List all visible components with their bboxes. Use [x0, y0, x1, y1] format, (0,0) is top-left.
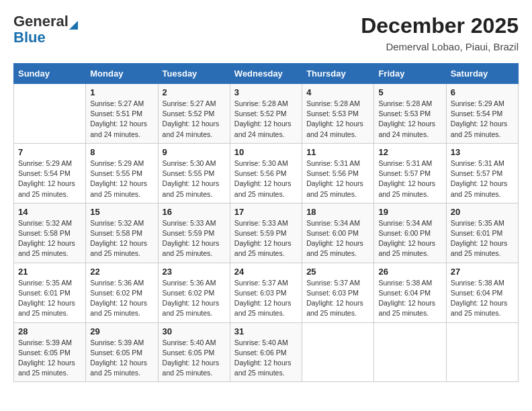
- day-number: 27: [451, 267, 514, 277]
- calendar-cell: 19Sunrise: 5:34 AM Sunset: 6:00 PM Dayli…: [374, 203, 446, 263]
- day-info: Sunrise: 5:28 AM Sunset: 5:53 PM Dayligh…: [378, 99, 441, 140]
- calendar-cell: 16Sunrise: 5:33 AM Sunset: 5:59 PM Dayli…: [158, 203, 230, 263]
- logo-text-bottom: Blue: [13, 29, 46, 46]
- day-info: Sunrise: 5:32 AM Sunset: 5:58 PM Dayligh…: [90, 218, 153, 259]
- calendar-cell: [374, 322, 446, 382]
- calendar-cell: 1Sunrise: 5:27 AM Sunset: 5:51 PM Daylig…: [86, 84, 158, 144]
- calendar-cell: 10Sunrise: 5:30 AM Sunset: 5:56 PM Dayli…: [230, 143, 302, 203]
- day-number: 29: [90, 326, 153, 336]
- day-info: Sunrise: 5:27 AM Sunset: 5:51 PM Dayligh…: [90, 99, 153, 140]
- calendar-cell: 9Sunrise: 5:30 AM Sunset: 5:55 PM Daylig…: [158, 143, 230, 203]
- day-number: 10: [234, 147, 298, 157]
- day-info: Sunrise: 5:36 AM Sunset: 6:02 PM Dayligh…: [163, 278, 226, 319]
- day-number: 2: [163, 87, 226, 97]
- day-number: 15: [90, 207, 153, 217]
- day-info: Sunrise: 5:29 AM Sunset: 5:55 PM Dayligh…: [90, 158, 153, 199]
- day-info: Sunrise: 5:28 AM Sunset: 5:52 PM Dayligh…: [234, 99, 298, 140]
- day-info: Sunrise: 5:32 AM Sunset: 5:58 PM Dayligh…: [18, 218, 81, 259]
- weekday-header-friday: Friday: [374, 64, 446, 84]
- calendar-cell: 2Sunrise: 5:27 AM Sunset: 5:52 PM Daylig…: [158, 84, 230, 144]
- day-info: Sunrise: 5:31 AM Sunset: 5:56 PM Dayligh…: [306, 158, 369, 199]
- day-number: 7: [18, 147, 81, 157]
- day-number: 11: [306, 147, 369, 157]
- calendar-cell: 22Sunrise: 5:36 AM Sunset: 6:02 PM Dayli…: [86, 263, 158, 322]
- calendar-cell: 31Sunrise: 5:40 AM Sunset: 6:06 PM Dayli…: [230, 322, 302, 382]
- day-number: 12: [378, 147, 441, 157]
- calendar-cell: 28Sunrise: 5:39 AM Sunset: 6:05 PM Dayli…: [14, 322, 86, 382]
- calendar-cell: 15Sunrise: 5:32 AM Sunset: 5:58 PM Dayli…: [86, 203, 158, 263]
- week-row-4: 21Sunrise: 5:35 AM Sunset: 6:01 PM Dayli…: [14, 263, 519, 322]
- day-number: 19: [378, 207, 441, 217]
- day-info: Sunrise: 5:35 AM Sunset: 6:01 PM Dayligh…: [18, 278, 81, 319]
- day-number: 1: [90, 87, 153, 97]
- calendar-cell: 20Sunrise: 5:35 AM Sunset: 6:01 PM Dayli…: [446, 203, 518, 263]
- calendar-cell: 26Sunrise: 5:38 AM Sunset: 6:04 PM Dayli…: [374, 263, 446, 322]
- day-info: Sunrise: 5:30 AM Sunset: 5:56 PM Dayligh…: [234, 158, 298, 199]
- weekday-header-sunday: Sunday: [14, 64, 86, 84]
- day-number: 18: [306, 207, 369, 217]
- day-info: Sunrise: 5:38 AM Sunset: 6:04 PM Dayligh…: [378, 278, 441, 319]
- day-number: 6: [451, 87, 514, 97]
- day-info: Sunrise: 5:35 AM Sunset: 6:01 PM Dayligh…: [451, 218, 514, 259]
- day-info: Sunrise: 5:37 AM Sunset: 6:03 PM Dayligh…: [234, 278, 298, 319]
- day-number: 3: [234, 87, 298, 97]
- week-row-3: 14Sunrise: 5:32 AM Sunset: 5:58 PM Dayli…: [14, 203, 519, 263]
- calendar-cell: 13Sunrise: 5:31 AM Sunset: 5:57 PM Dayli…: [446, 143, 518, 203]
- month-title: December 2025: [361, 13, 519, 38]
- day-info: Sunrise: 5:29 AM Sunset: 5:54 PM Dayligh…: [451, 99, 514, 140]
- day-info: Sunrise: 5:38 AM Sunset: 6:04 PM Dayligh…: [451, 278, 514, 319]
- day-number: 31: [234, 326, 298, 336]
- calendar-cell: [302, 322, 374, 382]
- day-number: 9: [163, 147, 226, 157]
- day-number: 14: [18, 207, 81, 217]
- day-number: 20: [451, 207, 514, 217]
- calendar-cell: [14, 84, 86, 144]
- logo-text-top: General: [13, 13, 78, 30]
- calendar-cell: 4Sunrise: 5:28 AM Sunset: 5:53 PM Daylig…: [302, 84, 374, 144]
- calendar-cell: 30Sunrise: 5:40 AM Sunset: 6:05 PM Dayli…: [158, 322, 230, 382]
- calendar-cell: 24Sunrise: 5:37 AM Sunset: 6:03 PM Dayli…: [230, 263, 302, 322]
- weekday-header-tuesday: Tuesday: [158, 64, 230, 84]
- calendar-cell: 3Sunrise: 5:28 AM Sunset: 5:52 PM Daylig…: [230, 84, 302, 144]
- day-info: Sunrise: 5:39 AM Sunset: 6:05 PM Dayligh…: [18, 338, 81, 379]
- day-info: Sunrise: 5:27 AM Sunset: 5:52 PM Dayligh…: [163, 99, 226, 140]
- day-number: 25: [306, 267, 369, 277]
- day-number: 28: [18, 326, 81, 336]
- day-info: Sunrise: 5:34 AM Sunset: 6:00 PM Dayligh…: [306, 218, 369, 259]
- day-info: Sunrise: 5:40 AM Sunset: 6:06 PM Dayligh…: [234, 338, 298, 379]
- calendar-cell: 25Sunrise: 5:37 AM Sunset: 6:03 PM Dayli…: [302, 263, 374, 322]
- calendar-cell: 5Sunrise: 5:28 AM Sunset: 5:53 PM Daylig…: [374, 84, 446, 144]
- calendar-cell: 8Sunrise: 5:29 AM Sunset: 5:55 PM Daylig…: [86, 143, 158, 203]
- day-number: 22: [90, 267, 153, 277]
- day-info: Sunrise: 5:37 AM Sunset: 6:03 PM Dayligh…: [306, 278, 369, 319]
- weekday-header-monday: Monday: [86, 64, 158, 84]
- calendar-table: SundayMondayTuesdayWednesdayThursdayFrid…: [13, 63, 519, 382]
- weekday-header-thursday: Thursday: [302, 64, 374, 84]
- day-number: 26: [378, 267, 441, 277]
- weekday-header-saturday: Saturday: [446, 64, 518, 84]
- calendar-cell: 21Sunrise: 5:35 AM Sunset: 6:01 PM Dayli…: [14, 263, 86, 322]
- day-info: Sunrise: 5:33 AM Sunset: 5:59 PM Dayligh…: [163, 218, 226, 259]
- day-number: 24: [234, 267, 298, 277]
- week-row-1: 1Sunrise: 5:27 AM Sunset: 5:51 PM Daylig…: [14, 84, 519, 144]
- day-info: Sunrise: 5:31 AM Sunset: 5:57 PM Dayligh…: [378, 158, 441, 199]
- day-info: Sunrise: 5:36 AM Sunset: 6:02 PM Dayligh…: [90, 278, 153, 319]
- calendar-cell: 14Sunrise: 5:32 AM Sunset: 5:58 PM Dayli…: [14, 203, 86, 263]
- day-number: 17: [234, 207, 298, 217]
- calendar-cell: 17Sunrise: 5:33 AM Sunset: 5:59 PM Dayli…: [230, 203, 302, 263]
- calendar-cell: 27Sunrise: 5:38 AM Sunset: 6:04 PM Dayli…: [446, 263, 518, 322]
- calendar-cell: [446, 322, 518, 382]
- day-info: Sunrise: 5:30 AM Sunset: 5:55 PM Dayligh…: [163, 158, 226, 199]
- calendar-cell: 23Sunrise: 5:36 AM Sunset: 6:02 PM Dayli…: [158, 263, 230, 322]
- location-subtitle: Demerval Lobao, Piaui, Brazil: [361, 41, 519, 52]
- day-number: 8: [90, 147, 153, 157]
- week-row-2: 7Sunrise: 5:29 AM Sunset: 5:54 PM Daylig…: [14, 143, 519, 203]
- logo: General Blue: [13, 13, 78, 46]
- title-area: December 2025 Demerval Lobao, Piaui, Bra…: [361, 13, 519, 52]
- day-info: Sunrise: 5:33 AM Sunset: 5:59 PM Dayligh…: [234, 218, 298, 259]
- page-header: General Blue December 2025 Demerval Loba…: [13, 13, 519, 52]
- calendar-cell: 7Sunrise: 5:29 AM Sunset: 5:54 PM Daylig…: [14, 143, 86, 203]
- weekday-header-row: SundayMondayTuesdayWednesdayThursdayFrid…: [14, 64, 519, 84]
- week-row-5: 28Sunrise: 5:39 AM Sunset: 6:05 PM Dayli…: [14, 322, 519, 382]
- calendar-cell: 6Sunrise: 5:29 AM Sunset: 5:54 PM Daylig…: [446, 84, 518, 144]
